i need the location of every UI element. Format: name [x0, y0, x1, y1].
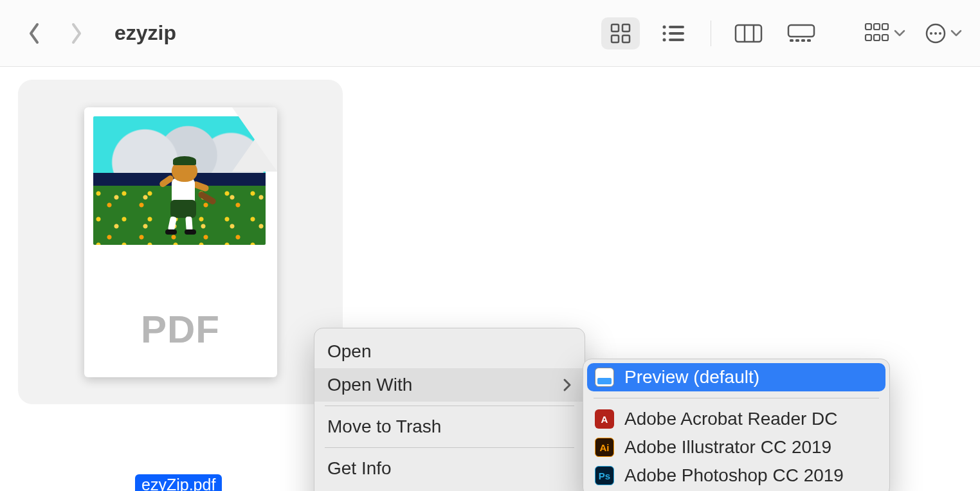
svg-rect-1: [622, 24, 630, 31]
grid-icon: [610, 22, 631, 44]
svg-point-4: [663, 25, 666, 28]
svg-point-25: [930, 32, 932, 35]
menu-label: Move to Trash: [327, 416, 441, 437]
menu-label: Get Info: [327, 458, 392, 479]
context-menu: Open Open With Move to Trash Get Info Re…: [314, 328, 585, 491]
svg-rect-5: [669, 26, 684, 28]
right-controls: [864, 22, 962, 44]
svg-rect-23: [882, 35, 888, 40]
folder-title: ezyzip: [114, 21, 176, 45]
svg-rect-20: [882, 24, 888, 30]
svg-rect-21: [866, 35, 871, 40]
view-group: [601, 17, 821, 49]
back-button[interactable]: [24, 21, 44, 46]
list-icon: [661, 24, 685, 43]
submenu-label: Adobe Illustrator CC 2019: [624, 437, 831, 458]
nav-arrows: [24, 21, 86, 46]
file-tile[interactable]: PDF: [18, 80, 343, 404]
svg-point-26: [934, 32, 937, 35]
submenu-item-acrobat[interactable]: A Adobe Acrobat Reader DC: [587, 405, 885, 433]
svg-rect-9: [669, 39, 684, 41]
columns-icon: [734, 24, 763, 43]
illustrator-app-icon: Ai: [595, 438, 614, 457]
svg-rect-16: [801, 39, 805, 42]
svg-rect-18: [866, 24, 871, 30]
more-circle-icon: [925, 22, 947, 44]
group-by-button[interactable]: [864, 22, 905, 44]
svg-rect-17: [807, 39, 811, 42]
submenu-label: Adobe Acrobat Reader DC: [624, 409, 838, 429]
svg-point-8: [663, 38, 666, 41]
acrobat-app-icon: A: [595, 409, 614, 429]
submenu-label: Adobe Photoshop CC 2019: [624, 465, 844, 486]
menu-separator: [594, 398, 879, 398]
menu-separator: [325, 406, 574, 406]
submenu-item-preview[interactable]: Preview (default): [587, 363, 885, 391]
file-name-label[interactable]: ezyZip.pdf: [135, 474, 222, 491]
chevron-right-icon: [70, 22, 83, 44]
chevron-left-icon: [28, 22, 41, 44]
svg-rect-3: [622, 35, 630, 42]
icon-view-button[interactable]: [601, 17, 640, 49]
action-button[interactable]: [925, 22, 962, 44]
svg-rect-19: [874, 24, 880, 30]
submenu-label: Preview (default): [624, 367, 759, 388]
svg-rect-14: [790, 39, 794, 42]
svg-point-27: [939, 32, 941, 35]
menu-label: Open: [327, 341, 372, 362]
column-view-button[interactable]: [729, 17, 768, 49]
group-icon: [864, 22, 890, 44]
toolbar: ezyzip: [0, 0, 980, 67]
submenu-item-photoshop[interactable]: Ps Adobe Photoshop CC 2019: [587, 461, 885, 490]
context-menu-item-move-to-trash[interactable]: Move to Trash: [314, 410, 585, 443]
submenu-item-illustrator[interactable]: Ai Adobe Illustrator CC 2019: [587, 433, 885, 461]
svg-point-6: [663, 31, 666, 35]
svg-rect-7: [669, 32, 684, 35]
open-with-submenu: Preview (default) A Adobe Acrobat Reader…: [583, 359, 890, 491]
chevron-down-icon: [950, 30, 962, 37]
chevron-right-icon: [563, 378, 572, 392]
svg-rect-15: [795, 39, 799, 42]
svg-rect-10: [736, 25, 761, 42]
gallery-view-button[interactable]: [782, 17, 821, 49]
svg-rect-0: [612, 24, 619, 31]
separator: [711, 21, 711, 46]
context-menu-item-rename[interactable]: Rename: [314, 485, 585, 491]
context-menu-item-get-info[interactable]: Get Info: [314, 452, 585, 485]
context-menu-item-open-with[interactable]: Open With: [314, 368, 585, 402]
menu-separator: [325, 447, 574, 448]
file-thumbnail: PDF: [84, 107, 277, 377]
menu-label: Open With: [327, 375, 412, 395]
list-view-button[interactable]: [654, 17, 693, 49]
svg-rect-22: [874, 35, 880, 40]
chevron-down-icon: [894, 30, 905, 37]
svg-rect-2: [612, 35, 619, 42]
photoshop-app-icon: Ps: [595, 466, 614, 485]
context-menu-item-open[interactable]: Open: [314, 335, 585, 368]
preview-app-icon: [595, 368, 614, 387]
file-type-badge: PDF: [141, 307, 220, 352]
gallery-icon: [787, 24, 815, 43]
svg-rect-13: [788, 25, 814, 37]
forward-button[interactable]: [67, 21, 86, 46]
